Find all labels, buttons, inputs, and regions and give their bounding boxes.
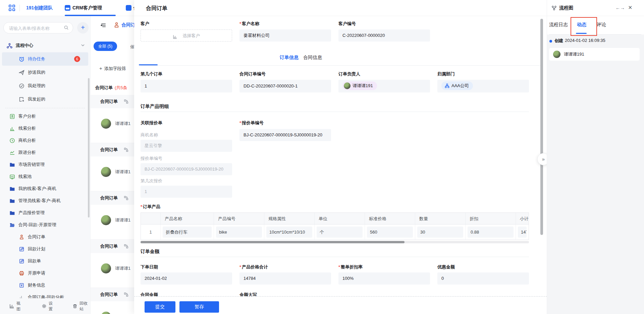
tab-order-info[interactable]: 订单信息: [280, 55, 299, 61]
customer-no-field[interactable]: C-20220607-0000020: [338, 29, 430, 42]
sidebar-item-payment-plan[interactable]: 回款计划: [0, 243, 90, 255]
customer-name-field[interactable]: 葽霍材料公司: [239, 29, 331, 42]
contract-order-entity-icon: [113, 22, 120, 28]
sidebar-item-todo-tasks[interactable]: 待办任务 6: [2, 52, 88, 66]
sidebar-item-lead-pool[interactable]: 线索池: [0, 171, 90, 183]
select-customer-button[interactable]: 选择客户: [141, 29, 232, 42]
owner-label: 订单负责人: [338, 71, 360, 77]
modal-title: 合同订单: [146, 5, 167, 12]
dept-field[interactable]: AAA公司: [437, 80, 529, 92]
apps-grid-icon[interactable]: [9, 5, 15, 11]
scrollbar-thumb[interactable]: [141, 241, 405, 243]
filter-icon[interactable]: [100, 22, 107, 28]
flow-center-icon: [7, 43, 12, 49]
timeline-user-card[interactable]: 谭谭谭191: [549, 48, 640, 61]
sidebar-item-initiated-by-me[interactable]: 我发起的: [0, 92, 90, 106]
cell-product-name[interactable]: 折叠自行车: [163, 227, 212, 238]
chevron-down-icon: [81, 43, 85, 47]
filter-second-tab[interactable]: 催: [130, 44, 134, 50]
sidebar-search-input[interactable]: 请输入表单/报表名称: [3, 22, 73, 34]
sidebar-item-contract-payment-invoice[interactable]: 合同-回款-开票管理: [0, 219, 90, 231]
person-stamp-icon: [19, 234, 24, 240]
recycle-bin-button[interactable]: 回收站: [72, 301, 90, 312]
save-draft-button[interactable]: 暂存: [179, 301, 219, 313]
sidebar-item-cc-me[interactable]: 抄送我的: [0, 66, 90, 79]
products-table: 产品名称 产品编号 规格属性 单位 标准价格 数量 折扣 小计 1 折叠自行车 …: [141, 212, 529, 240]
tab-process-log[interactable]: 流程日志: [549, 22, 568, 28]
sidebar-item-product-quote-mgmt[interactable]: 产品报价管理: [0, 207, 90, 219]
search-placeholder: 请输入表单/报表名称: [9, 25, 50, 32]
tab-contract-info[interactable]: 合同信息: [303, 55, 322, 61]
cell-subtotal[interactable]: 14784: [518, 227, 527, 238]
views-button[interactable]: 视图: [9, 301, 23, 312]
sidebar-item-payment-receipt[interactable]: 回款单: [0, 255, 90, 267]
settings-button[interactable]: 设置: [42, 301, 56, 312]
list-item[interactable]: 合同订单 谭谭谭1: [91, 143, 134, 191]
doc-send-icon: [19, 97, 24, 102]
plane-icon: [19, 70, 24, 75]
flowchart-icon: [551, 5, 557, 11]
quote-no-ref-label: 报价单编号: [141, 155, 162, 162]
list-item[interactable]: 合同订单 谭谭谭1: [91, 191, 134, 240]
section-product-detail: 订单产品明细: [141, 104, 169, 110]
finance-doc-icon: [19, 282, 24, 288]
sidebar-item-admin-leads[interactable]: 管理员线索-客户-商机: [0, 195, 90, 207]
discount-amount-field[interactable]: 0: [437, 272, 529, 285]
cell-unit[interactable]: 个: [317, 227, 363, 238]
sidebar-item-contract-order[interactable]: 合同订单: [0, 231, 90, 243]
discount-rate-field[interactable]: 100%: [338, 272, 430, 285]
cell-product-code[interactable]: bike: [216, 227, 262, 238]
owner-pill: 谭谭谭191: [342, 81, 377, 90]
avatar: [101, 167, 111, 177]
tab-comments[interactable]: 评论: [597, 22, 606, 28]
tab-team[interactable]: 191创建团队: [26, 5, 53, 11]
contract-order-modal: 合同订单 客户 选择客户 客户名称 葽霍材料公司 客户编号 C-20220607…: [134, 0, 547, 314]
list-item[interactable]: 合同订单 谭谭谭1: [91, 240, 134, 288]
sidebar-group-process-center[interactable]: 流程中心: [0, 39, 90, 52]
add-field-filter-button[interactable]: +添加字段筛: [99, 65, 126, 72]
sidebar-scrollbar[interactable]: [88, 78, 90, 217]
owner-field[interactable]: 谭谭谭191: [338, 80, 430, 92]
divider: [19, 5, 20, 11]
quote-no-field[interactable]: BJ-C-20220607-0000019-SJ0000019-20: [239, 129, 331, 141]
order-date-label: 下单日期: [141, 264, 158, 270]
sidebar-item-finance-info[interactable]: 财务信息: [0, 279, 90, 291]
sidebar-item-opportunity-analysis[interactable]: 商机分析: [0, 134, 90, 146]
submit-button[interactable]: 提交: [145, 301, 175, 313]
sidebar-item-marketing-mgmt[interactable]: 市场营销管理: [0, 159, 90, 171]
cell-discount[interactable]: 0.88: [468, 227, 514, 238]
sidebar-item-lead-analysis[interactable]: 线索分析: [0, 122, 90, 134]
sidebar-menu: 流程中心 待办任务 6 抄送我的 我处理的 我发起的: [0, 39, 90, 303]
sidebar-item-customer-analysis[interactable]: 客户分析: [0, 110, 90, 122]
sidebar-item-followup-analysis[interactable]: 跟进分析: [0, 146, 90, 159]
cell-qty[interactable]: 30: [417, 227, 463, 238]
order-index-label: 第几个订单: [141, 71, 162, 77]
table-row[interactable]: 1 折叠自行车 bike 10cm*10cm*10/10 个 560 30 0.…: [141, 225, 529, 240]
divider: [141, 257, 529, 257]
list-item[interactable]: 合同订单 谭谭谭1: [91, 288, 134, 314]
list-panel-title: 合同订单: [121, 22, 134, 28]
product-total-field[interactable]: 14784: [239, 272, 331, 285]
quote-group-label: 关联报价单: [141, 120, 162, 126]
list-item[interactable]: 合同订单 谭谭谭1: [91, 95, 134, 143]
cell-spec[interactable]: 10cm*10cm*10/10: [266, 227, 312, 238]
order-index-field[interactable]: 1: [141, 80, 232, 92]
sidebar-item-my-leads[interactable]: 我的线索-客户-商机: [0, 183, 90, 195]
quote-no-label: 报价单编号: [239, 120, 264, 126]
resize-arrows-icon[interactable]: ← →: [615, 5, 624, 10]
list-count: (共5条: [115, 85, 127, 90]
sidebar-item-invoice-request[interactable]: 开票申请: [0, 267, 90, 279]
sidebar-item-handled-by-me[interactable]: 我处理的: [0, 79, 90, 92]
filter-all-pill[interactable]: 全部 (5): [94, 42, 117, 51]
workflow-icon: [124, 147, 128, 152]
table-horizontal-scrollbar[interactable]: [141, 241, 529, 243]
modal-scrollbar[interactable]: [540, 19, 543, 235]
printer-icon: [19, 270, 24, 276]
order-date-field[interactable]: 2024-01-02: [141, 272, 232, 285]
order-no-field[interactable]: DD-C-20220607-0000020-1: [239, 80, 331, 92]
close-icon[interactable]: ×: [628, 4, 632, 11]
add-form-button[interactable]: +: [77, 22, 89, 34]
cell-price[interactable]: 560: [367, 227, 413, 238]
tab-crm-active[interactable]: CRM客户管理: [72, 5, 102, 11]
search-icon: [64, 25, 69, 30]
